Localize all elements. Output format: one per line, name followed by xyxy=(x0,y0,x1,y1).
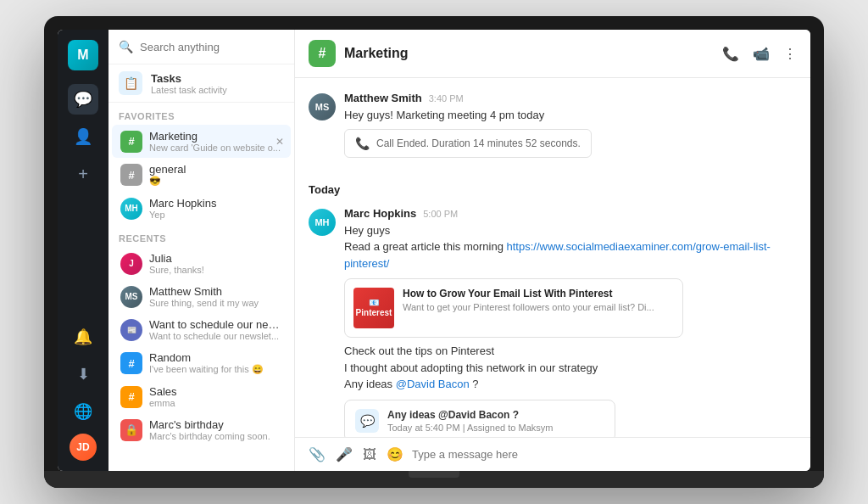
channel-item-random[interactable]: # Random I've been waiting for this 😄 xyxy=(112,346,291,380)
channel-item-marc-hopkins[interactable]: MH Marc Hopkins Yep xyxy=(112,192,291,225)
bell-nav-icon[interactable]: 🔔 xyxy=(68,322,98,352)
task-card: 💬 Any ideas @David Bacon ? Today at 5:40… xyxy=(344,400,615,438)
msg-header-marc: Marc Hopkins 5:00 PM xyxy=(344,207,797,220)
msg-sender-matthew: Matthew Smith xyxy=(344,92,422,104)
download-nav-icon[interactable]: ⬇ xyxy=(68,359,98,389)
link-preview-thumb: 📧Pinterest xyxy=(353,288,394,328)
mention-david: @David Bacon xyxy=(396,378,470,390)
avatar-msg-marc: MH xyxy=(309,209,336,236)
main-chat: # Marketing 📞 📹 ⋮ MS Matthew Smith 3:40 xyxy=(295,30,810,471)
channel-text-random: Random I've been waiting for this 😄 xyxy=(149,351,282,375)
channel-text-general: general 😎 xyxy=(149,163,282,187)
channel-preview-marketing: New card 'Guide on website o... xyxy=(149,143,282,153)
channel-name-birthday: Marc's birthday xyxy=(149,418,282,431)
chat-nav-icon[interactable]: 💬 xyxy=(68,84,98,115)
sidebar-wide: 🔍 📋 Tasks Latest task activity FAVORITES… xyxy=(108,30,295,471)
task-card-title: Any ideas @David Bacon ? xyxy=(387,409,553,421)
channel-preview-newsletter: Want to schedule our newslet... xyxy=(149,331,282,341)
message-group-1: MS Matthew Smith 3:40 PM Hey guys! Marke… xyxy=(309,92,797,158)
user-avatar-main[interactable]: M xyxy=(68,40,98,70)
channel-name-newsletter: Want to schedule our newsl... xyxy=(149,318,282,331)
channel-icon-general: # xyxy=(120,164,142,186)
call-ended-text: Call Ended. Duration 14 minutes 52 secon… xyxy=(376,137,581,149)
recents-label: RECENTS xyxy=(108,225,294,247)
msg-text-marc-hey: Hey guys xyxy=(344,222,797,239)
chat-channel-icon: # xyxy=(309,40,336,67)
search-input[interactable] xyxy=(140,41,284,53)
more-options-icon[interactable]: ⋮ xyxy=(783,46,797,62)
channel-text-birthday: Marc's birthday Marc's birthday coming s… xyxy=(149,418,282,441)
channel-name-marc: Marc Hopkins xyxy=(149,197,282,210)
tasks-subtitle: Latest task activity xyxy=(151,85,227,95)
channel-text-newsletter: Want to schedule our newsl... Want to sc… xyxy=(149,318,282,341)
msg-time-matthew: 3:40 PM xyxy=(429,93,464,104)
close-marketing-button[interactable]: ✕ xyxy=(275,136,284,148)
task-card-meta: Today at 5:40 PM | Assigned to Maksym xyxy=(387,423,553,433)
link-preview-title: How to Grow Your Email List With Pintere… xyxy=(403,288,654,300)
chat-channel-title: Marketing xyxy=(344,46,714,61)
globe-nav-icon[interactable]: 🌐 xyxy=(68,396,98,427)
user-avatar-bottom[interactable]: JD xyxy=(70,434,97,461)
channel-item-julia[interactable]: J Julia Sure, thanks! xyxy=(112,247,291,280)
favorites-label: FAVORITES xyxy=(108,103,294,125)
channel-icon-sales: # xyxy=(120,386,142,408)
phone-icon[interactable]: 📞 xyxy=(722,46,739,62)
task-card-content: Any ideas @David Bacon ? Today at 5:40 P… xyxy=(387,409,553,433)
msg-text-marc-ideas: Any ideas @David Bacon ? xyxy=(344,376,797,393)
channel-text-julia: Julia Sure, thanks! xyxy=(149,252,282,275)
msg-time-marc: 5:00 PM xyxy=(423,209,458,219)
channel-text-marc-hopkins: Marc Hopkins Yep xyxy=(149,197,282,220)
avatar-newsletter: 📰 xyxy=(120,319,142,341)
emoji-icon[interactable]: 😊 xyxy=(387,446,403,462)
message-group-2: MH Marc Hopkins 5:00 PM Hey guys Read a … xyxy=(309,207,797,438)
add-nav-icon[interactable]: + xyxy=(68,159,98,189)
microphone-icon[interactable]: 🎤 xyxy=(336,446,353,462)
message-input-area: 📎 🎤 🖼 😊 xyxy=(295,437,810,471)
channel-name-marketing: Marketing xyxy=(149,130,282,143)
msg-content-marc: Marc Hopkins 5:00 PM Hey guys Read a gre… xyxy=(344,207,797,438)
chat-header: # Marketing 📞 📹 ⋮ xyxy=(295,30,810,78)
article-link[interactable]: https://www.socialmediaexaminer.com/grow… xyxy=(344,240,771,270)
avatar-msg-matthew: MS xyxy=(309,93,336,120)
image-icon[interactable]: 🖼 xyxy=(363,447,376,462)
header-actions: 📞 📹 ⋮ xyxy=(722,46,797,62)
contacts-nav-icon[interactable]: 👤 xyxy=(68,121,98,152)
msg-text-marc-check: Check out the tips on Pinterest xyxy=(344,343,797,360)
msg-text-marc-adopt: I thought about adopting this network in… xyxy=(344,360,797,377)
avatar-julia: J xyxy=(120,253,142,275)
avatar-matthew: MS xyxy=(120,286,142,308)
link-preview-content: How to Grow Your Email List With Pintere… xyxy=(403,288,654,328)
msg-content-matthew: Matthew Smith 3:40 PM Hey guys! Marketin… xyxy=(344,92,797,158)
tasks-item[interactable]: 📋 Tasks Latest task activity xyxy=(108,64,294,103)
channel-preview-marc: Yep xyxy=(149,210,282,220)
channel-preview-birthday: Marc's birthday coming soon. xyxy=(149,431,282,441)
message-input[interactable] xyxy=(412,448,797,461)
channel-name-general: general xyxy=(149,163,282,176)
channel-preview-sales: emma xyxy=(149,398,282,408)
msg-header-matthew: Matthew Smith 3:40 PM xyxy=(344,92,797,104)
channel-preview-matthew: Sure thing, send it my way xyxy=(149,298,282,308)
channel-name-random: Random xyxy=(149,351,282,364)
channel-item-matthew[interactable]: MS Matthew Smith Sure thing, send it my … xyxy=(112,280,291,313)
channel-item-newsletter[interactable]: 📰 Want to schedule our newsl... Want to … xyxy=(112,313,291,346)
channel-name-julia: Julia xyxy=(149,252,282,265)
channel-item-general[interactable]: # general 😎 xyxy=(112,158,291,192)
attachment-icon[interactable]: 📎 xyxy=(309,446,326,462)
channel-preview-julia: Sure, thanks! xyxy=(149,265,282,275)
call-ended-box: 📞 Call Ended. Duration 14 minutes 52 sec… xyxy=(344,129,592,158)
sidebar-narrow: M 💬 👤 + 🔔 ⬇ 🌐 JD xyxy=(58,30,108,471)
channel-preview-random: I've been waiting for this 😄 xyxy=(149,364,282,375)
channel-item-marketing[interactable]: # Marketing New card 'Guide on website o… xyxy=(112,125,291,158)
channel-icon-marketing: # xyxy=(120,131,142,153)
search-icon: 🔍 xyxy=(119,40,133,53)
channel-name-sales: Sales xyxy=(149,385,282,398)
video-icon[interactable]: 📹 xyxy=(753,46,770,62)
tasks-text: Tasks Latest task activity xyxy=(151,72,227,95)
channel-item-sales[interactable]: # Sales emma xyxy=(112,380,291,413)
msg-sender-marc: Marc Hopkins xyxy=(344,207,416,220)
laptop-frame: M 💬 👤 + 🔔 ⬇ 🌐 JD 🔍 📋 Tasks Latest task xyxy=(44,16,824,488)
channel-icon-birthday: 🔒 xyxy=(120,419,142,441)
day-label: Today xyxy=(309,183,340,196)
channel-text-sales: Sales emma xyxy=(149,385,282,408)
channel-item-marcs-birthday[interactable]: 🔒 Marc's birthday Marc's birthday coming… xyxy=(112,413,291,446)
